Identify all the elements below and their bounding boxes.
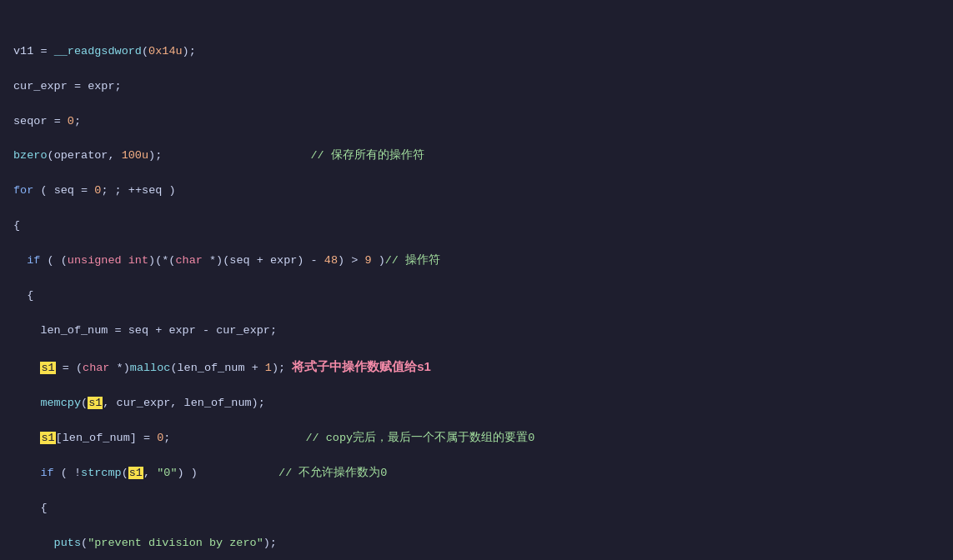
code-line-5: for ( seq = 0; ; ++seq ) [13,182,940,200]
code-line-13: if ( !strcmp(s1, "0") ) // 不允许操作数为0 [13,465,940,482]
code-line-3: seqor = 0; [13,113,940,131]
code-line-12: s1[len_of_num] = 0; // copy完后，最后一个不属于数组的… [13,430,940,448]
comment-bzero: // 保存所有的操作符 [311,149,424,162]
comment-no-zero: // 不允许操作数为0 [278,467,387,479]
code-line-9: len_of_num = seq + expr - cur_expr; [13,322,940,340]
annotation-s1-title: 将式子中操作数赋值给s1 [292,359,431,373]
code-line-2: cur_expr = expr; [13,78,940,96]
code-line-11: memcpy(s1, cur_expr, len_of_num); [13,395,940,412]
highlight-s1-memcpy: s1 [88,397,103,409]
code-line-14: { [13,500,940,518]
code-line-7: if ( (unsigned int)(*(char *)(seq + expr… [13,252,940,270]
code-line-6: { [13,218,940,235]
code-line-8: { [13,288,940,305]
code-line-1: v11 = __readgsdword(0x14u); [13,43,940,61]
code-line-15: puts("prevent division by zero"); [13,535,940,552]
highlight-s1-strcmp: s1 [128,467,143,479]
highlight-s1-bracket: s1 [40,432,55,444]
code-line-4: bzero(operator, 100u); // 保存所有的操作符 [13,148,940,165]
code-container: v11 = __readgsdword(0x14u); cur_expr = e… [13,8,940,560]
highlight-s1-malloc: s1 [40,362,55,374]
code-line-10: s1 = (char *)malloc(len_of_num + 1);将式子中… [13,357,940,378]
comment-copy: // copy完后，最后一个不属于数组的要置0 [305,432,534,444]
